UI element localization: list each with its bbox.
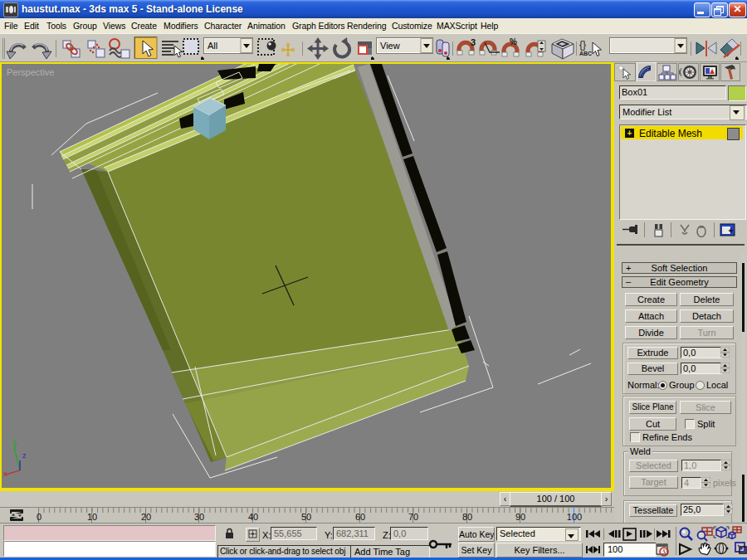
svg-text:20: 20 <box>141 512 151 522</box>
svg-text:100: 100 <box>567 512 582 522</box>
svg-text:0: 0 <box>37 512 42 522</box>
svg-text:%: % <box>510 37 517 46</box>
svg-text:3: 3 <box>471 37 476 47</box>
svg-text:z: z <box>22 451 27 460</box>
svg-text:70: 70 <box>408 512 418 522</box>
svg-text:50: 50 <box>301 512 311 522</box>
svg-text:60: 60 <box>355 512 365 522</box>
svg-text:y: y <box>12 436 17 445</box>
svg-text:30: 30 <box>194 512 204 522</box>
svg-text:x: x <box>3 470 7 478</box>
svg-text:40: 40 <box>248 512 258 522</box>
svg-text:80: 80 <box>462 512 472 522</box>
svg-text:90: 90 <box>515 512 525 522</box>
svg-text:{}: {} <box>579 39 586 51</box>
svg-text:ABC: ABC <box>579 51 592 56</box>
svg-text:10: 10 <box>87 512 97 522</box>
